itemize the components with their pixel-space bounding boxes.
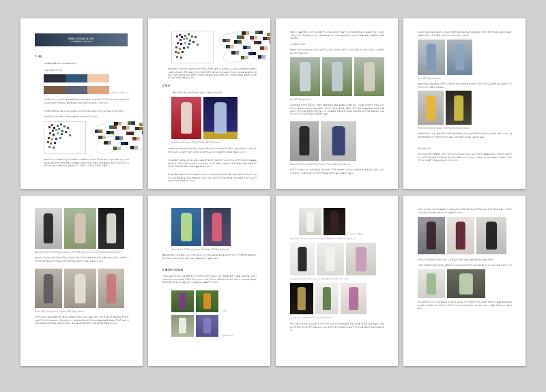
figure-silhouette xyxy=(212,213,222,241)
flower-label-text: (클레마티스) xyxy=(222,334,254,337)
page-content: 짙게 가라앉은 버건디와 블랙에 가까운 보라는 부케로 묶었을 때 무게감 있… xyxy=(403,196,526,366)
photo xyxy=(196,290,218,312)
scatter-dot xyxy=(175,51,177,53)
scatter-dot xyxy=(53,147,55,149)
color-pair-right xyxy=(134,146,138,149)
document-grid-view: 종합 스타일링 보고서-자연물&패션컬러의 연구-1. 개요자연물과 병행하는 … xyxy=(0,0,546,392)
photo xyxy=(418,269,445,298)
scatter-dot xyxy=(63,125,66,127)
body-paragraph: · 관상 식물에서도(화이트들) : (글렌디시, 스노우사파이어)의 잎사귀는… xyxy=(418,264,512,267)
color-pair-chip xyxy=(142,131,143,134)
color-pair-chip xyxy=(126,132,134,135)
color-pair-right xyxy=(113,125,117,129)
photo-caption-text: Dior 2023 Spring Season xyxy=(290,98,384,101)
photo-row xyxy=(290,283,384,314)
scatter-dot xyxy=(192,41,195,43)
photo-caption: Alexander McQueen 2023 Spring Season / D… xyxy=(35,251,129,254)
page-5[interactable]: Alexander McQueen 2023 Spring Season / D… xyxy=(20,196,143,366)
body-paragraph-text: 쨍한 원색들이 섞인 룩은 자칫 복잡해 보일 수 있지만, 공통된 명도로 묶… xyxy=(162,254,257,260)
scatter-dot xyxy=(60,123,62,125)
photo xyxy=(322,57,352,96)
page-7[interactable]: (수선화) / (튤립)(검은 튤립과 수선화, 스타일링된 자연에서 전통들의… xyxy=(276,196,398,366)
color-scatter-left: (색상 분포 맵) xyxy=(44,121,86,154)
page-6[interactable]: (Louis Vuitton 2023 Spring Season / Kid … xyxy=(148,196,270,366)
page-8[interactable]: 짙게 가라앉은 버건디와 블랙에 가까운 보라는 부케로 묶었을 때 무게감 있… xyxy=(403,196,526,366)
color-pair-right xyxy=(257,41,261,44)
scatter-axis-label-text: (색상 분포 맵) xyxy=(20,151,33,153)
scatter-dot xyxy=(49,132,51,134)
figure-silhouette xyxy=(426,95,435,121)
body-paragraph: 데님과 같은 일상적 소재도 자연광 아래에서는 부드러운 하늘색으로 읽히며,… xyxy=(418,31,512,37)
color-pair-left xyxy=(142,131,143,134)
color-pair-chip xyxy=(250,36,257,40)
body-paragraph-text: 환경의 분석 : 환경에서 많이 발견되는 자연물과 디자인이 의도된 면모가 … xyxy=(44,158,129,167)
photo xyxy=(64,208,96,249)
color-pair-left xyxy=(267,33,270,36)
scatter-dot xyxy=(184,42,186,44)
report-subtitle: -자연물&패션컬러의 연구- xyxy=(35,40,128,43)
figure-silhouette xyxy=(203,318,212,334)
color-swatch xyxy=(44,86,66,94)
body-paragraph-text: 자연물과의 연결 : xyxy=(290,43,384,46)
color-pair-chip xyxy=(113,147,121,150)
scatter-dot xyxy=(182,51,184,53)
color-pair-chip xyxy=(270,40,270,44)
photo-caption-text: Alexander McQueen 2023 Spring Season / K… xyxy=(290,163,384,166)
body-paragraph: 블랙이나 화이트 같은 무채색 의상도 배경이 되는 공간의 색에 따라 전혀 … xyxy=(35,256,129,265)
color-pair-right xyxy=(125,142,129,145)
section-heading-text: 1. 개요 xyxy=(35,55,129,58)
photo xyxy=(321,121,356,161)
photo-row: (수선화) / (튤립) xyxy=(299,208,384,235)
swatch-caption-text: (상단의 기준톤, 하단의 변형톤) xyxy=(112,91,129,94)
photo xyxy=(354,57,384,96)
page-4[interactable]: 데님과 같은 일상적 소재도 자연광 아래에서는 부드러운 하늘색으로 읽히며,… xyxy=(403,18,526,189)
color-pair-chip xyxy=(115,136,123,140)
body-paragraph-text: 패션 쪽에서 스타일을 가져오는 방안에, 현장감을 줄 수 있다. xyxy=(44,115,129,118)
scatter-dot xyxy=(50,142,52,145)
photo xyxy=(346,243,376,275)
photo-row xyxy=(290,121,384,161)
color-pair-chip xyxy=(114,122,121,125)
color-swatch xyxy=(87,74,109,82)
body-paragraph-text: 위의 두 브랜드 역시 짙은 블랙과 네이비로 무게를 잡으면서, 데님과 그래… xyxy=(290,168,384,175)
figure-silhouette xyxy=(306,211,315,232)
scatter-dot xyxy=(61,133,63,135)
page-3[interactable]: 이룰 수 없음에 볼 수 있게 된 대로서의 자연은 패션계 '착용의 자연'으… xyxy=(276,18,398,189)
photo xyxy=(98,208,124,249)
page-2[interactable]: (색상 분포 맵)컬러맵에서 드러나듯 선명한 원색과 어두운 저채도 컬러가 … xyxy=(148,18,270,189)
page-1[interactable]: 종합 스타일링 보고서-자연물&패션컬러의 연구-1. 개요자연물과 병행하는 … xyxy=(20,18,143,189)
scatter-dot xyxy=(57,132,59,134)
page-content: 데님과 같은 일상적 소재도 자연광 아래에서는 부드러운 하늘색으로 읽히며,… xyxy=(403,18,526,189)
photo-row xyxy=(418,217,512,254)
photo-caption-text: Kenzo 2023 Spring Season / Hermes 2023 S… xyxy=(35,310,129,313)
color-pair-right xyxy=(267,37,270,40)
scatter-dot xyxy=(180,57,182,59)
color-pair-chip xyxy=(255,31,263,34)
body-paragraph: 자연물과 병행하는 스타일링 보고서. xyxy=(44,62,129,65)
body-paragraph: 패션 쪽에서 스타일을 가져오는 방안에, 현장감을 줄 수 있다. xyxy=(44,115,129,118)
color-swatch xyxy=(66,74,87,82)
color-pair-chip xyxy=(135,127,143,130)
figure-silhouette xyxy=(74,213,86,243)
color-pair-right xyxy=(126,126,130,130)
flower-label: (클레마티스) xyxy=(222,334,257,337)
photo-caption: Kenzo 2023 Spring Season / Hermes 2023 S… xyxy=(35,310,129,313)
photo xyxy=(315,283,339,314)
scatter-dot xyxy=(188,33,190,35)
color-scatter-right xyxy=(217,31,270,63)
color-pair-right xyxy=(246,31,250,35)
body-paragraph: 선명하게 볼 수 있는 컬러들은 한 색의 컬러처럼 보이는 단계의 톤들이 계… xyxy=(418,132,512,141)
page-content: 이룰 수 없음에 볼 수 있게 된 대로서의 자연은 패션계 '착용의 자연'으… xyxy=(276,18,398,189)
scatter-dot xyxy=(195,36,197,38)
figure-silhouette xyxy=(214,102,227,134)
body-paragraph-text: 위와 같은 계열의 컬러는 구하기 쉽지 않아 희소성이 있고, 보는 이에게 … xyxy=(418,153,512,162)
flower-label: (수선화) / (튤립) xyxy=(349,232,384,235)
scatter-dot xyxy=(52,130,54,132)
body-paragraph-text: 자연물 분석 : 자스민의 깊은 컬러에서는 전반적으로 차분하면서 무게감 있… xyxy=(44,98,129,104)
figure-silhouette xyxy=(179,318,187,334)
color-pair-right xyxy=(261,55,265,59)
photo xyxy=(290,121,319,161)
figure-silhouette xyxy=(74,274,86,303)
scatter-dot xyxy=(191,35,193,37)
color-pair-right xyxy=(264,46,268,50)
